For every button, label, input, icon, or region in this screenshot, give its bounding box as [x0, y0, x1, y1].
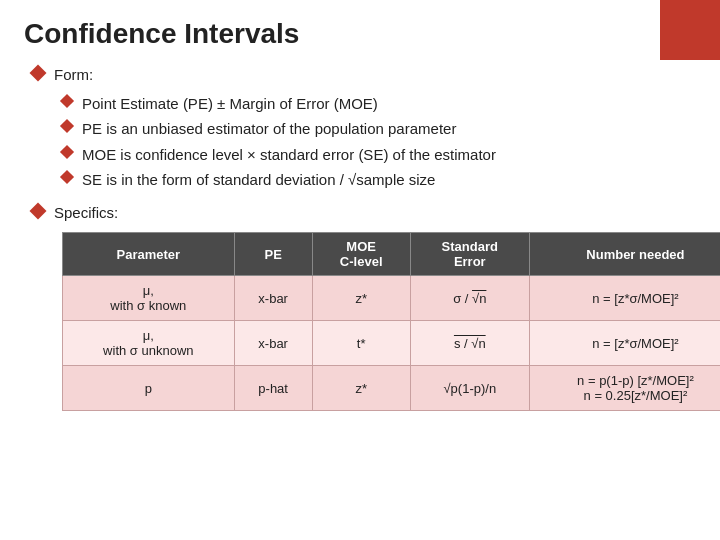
sub-bullet-icon-1 — [60, 93, 74, 107]
bullet-item-1: Point Estimate (PE) ± Margin of Error (M… — [62, 93, 696, 116]
page-title: Confidence Intervals — [24, 18, 696, 50]
cell-clevel-2: t* — [312, 321, 410, 366]
table-row-3: p p-hat z* √p(1-p)/n n = p(1-p) [z*/MOE]… — [63, 366, 721, 411]
specifics-bullet-icon — [30, 202, 47, 219]
bullet-text-4: SE is in the form of standard deviation … — [82, 169, 435, 192]
confidence-intervals-table: Parameter PE MOEC-level StandardError Nu… — [62, 232, 696, 411]
cell-pe-3: p-hat — [234, 366, 312, 411]
table-row-2: μ,with σ unknown x-bar t* s / √n n = [z*… — [63, 321, 721, 366]
col-header-moe-se: StandardError — [410, 233, 529, 276]
col-header-clevel: MOEC-level — [312, 233, 410, 276]
cell-clevel-3: z* — [312, 366, 410, 411]
specifics-label: Specifics: — [54, 202, 118, 225]
bullet-text-2: PE is an unbiased estimator of the popul… — [82, 118, 456, 141]
bullet-item-3: MOE is confidence level × standard error… — [62, 144, 696, 167]
cell-moe-se-1: σ / √n — [410, 276, 529, 321]
bullet-item-4: SE is in the form of standard deviation … — [62, 169, 696, 192]
cell-number-3: n = p(1-p) [z*/MOE]²n = 0.25[z*/MOE]² — [529, 366, 720, 411]
cell-moe-se-3: √p(1-p)/n — [410, 366, 529, 411]
bullet-item-2: PE is an unbiased estimator of the popul… — [62, 118, 696, 141]
col-header-number: Number needed — [529, 233, 720, 276]
col-header-pe: PE — [234, 233, 312, 276]
form-label: Form: — [54, 64, 93, 87]
accent-decoration — [660, 0, 720, 60]
cell-number-1: n = [z*σ/MOE]² — [529, 276, 720, 321]
cell-param-1: μ,with σ known — [63, 276, 235, 321]
cell-param-2: μ,with σ unknown — [63, 321, 235, 366]
sub-bullet-icon-3 — [60, 144, 74, 158]
cell-pe-2: x-bar — [234, 321, 312, 366]
bullet-text-3: MOE is confidence level × standard error… — [82, 144, 496, 167]
sub-bullet-icon-4 — [60, 170, 74, 184]
cell-number-2: n = [z*σ/MOE]² — [529, 321, 720, 366]
cell-param-3: p — [63, 366, 235, 411]
table-row-1: μ,with σ known x-bar z* σ / √n n = [z*σ/… — [63, 276, 721, 321]
cell-pe-1: x-bar — [234, 276, 312, 321]
cell-clevel-1: z* — [312, 276, 410, 321]
sub-bullet-icon-2 — [60, 119, 74, 133]
cell-moe-se-2: s / √n — [410, 321, 529, 366]
form-bullet-icon — [30, 65, 47, 82]
bullet-text-1: Point Estimate (PE) ± Margin of Error (M… — [82, 93, 378, 116]
col-header-parameter: Parameter — [63, 233, 235, 276]
